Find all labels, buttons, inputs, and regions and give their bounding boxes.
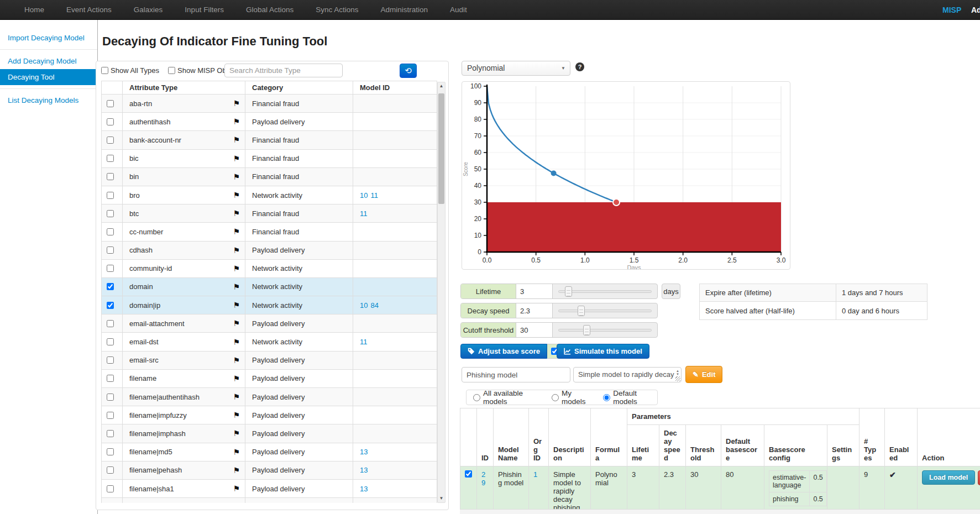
show-all-types-label: Show All Types bbox=[111, 66, 159, 75]
sidebar-item-decaying-tool[interactable]: Decaying Tool bbox=[0, 69, 97, 85]
textarea-resize-grip[interactable] bbox=[675, 376, 680, 381]
edit-model-button[interactable]: ✎ Edit bbox=[685, 366, 722, 383]
nav-item-global-actions[interactable]: Global Actions bbox=[235, 0, 305, 20]
radio-all-available-models-input[interactable] bbox=[473, 394, 480, 401]
attribute-row-checkbox[interactable] bbox=[107, 356, 114, 364]
model-description-textarea[interactable]: Simple model to rapidly decay ▲▼ bbox=[573, 367, 682, 382]
nav-item-galaxies[interactable]: Galaxies bbox=[123, 0, 174, 20]
model-name-input[interactable] bbox=[462, 367, 570, 382]
nav-item-home[interactable]: Home bbox=[13, 0, 55, 20]
show-misp-objects-checkbox[interactable] bbox=[168, 67, 175, 74]
attribute-row-cdhash: cdhash⚑Payload delivery bbox=[102, 242, 437, 260]
attribute-row-checkbox[interactable] bbox=[107, 228, 114, 235]
attribute-row-checkbox[interactable] bbox=[107, 137, 114, 144]
attribute-row-partial bbox=[102, 498, 437, 503]
attribute-row-checkbox[interactable] bbox=[107, 466, 114, 474]
cutoff-threshold-input[interactable] bbox=[516, 323, 553, 337]
attribute-row-checkbox[interactable] bbox=[107, 246, 114, 254]
model-id-link-84[interactable]: 84 bbox=[370, 301, 378, 310]
attribute-row-checkbox[interactable] bbox=[107, 430, 114, 437]
sidebar-item-import-decaying-model[interactable]: Import Decaying Model bbox=[0, 30, 97, 46]
flag-icon: ⚑ bbox=[233, 282, 240, 291]
model-row-phishing: 29 Phishing model 1 Simple model to rapi… bbox=[460, 466, 980, 514]
scrollbar-down-arrow[interactable]: ▼ bbox=[438, 495, 445, 502]
decay-speed-slider-track[interactable] bbox=[558, 310, 652, 312]
help-icon[interactable]: ? bbox=[575, 62, 584, 71]
decay-speed-slider[interactable] bbox=[553, 303, 657, 318]
attribute-row-checkbox[interactable] bbox=[107, 320, 114, 327]
navbar-admin-link[interactable]: Admin bbox=[971, 0, 980, 20]
attribute-row-checkbox[interactable] bbox=[107, 412, 114, 419]
model-id-link-11[interactable]: 11 bbox=[370, 191, 378, 200]
decay-speed-slider-handle[interactable] bbox=[578, 306, 585, 316]
model-id-link[interactable]: 29 bbox=[481, 470, 485, 487]
nav-item-sync-actions[interactable]: Sync Actions bbox=[305, 0, 369, 20]
load-model-button[interactable]: Load model bbox=[922, 470, 975, 485]
scrollbar-thumb[interactable] bbox=[438, 93, 444, 204]
model-id-link-13[interactable]: 13 bbox=[360, 448, 368, 456]
lifetime-slider[interactable] bbox=[553, 284, 657, 298]
attribute-category-cell: Network activity bbox=[245, 333, 353, 350]
attribute-row-checkbox[interactable] bbox=[107, 265, 114, 272]
decay-speed-input[interactable] bbox=[516, 303, 553, 318]
formula-select[interactable]: Polynomial ▼ bbox=[462, 61, 570, 76]
misp-brand-link[interactable]: MISP bbox=[942, 0, 961, 20]
nav-item-input-filters[interactable]: Input Filters bbox=[174, 0, 235, 20]
radio-all-available-models[interactable]: All available models bbox=[473, 389, 542, 406]
scrollbar-up-arrow[interactable]: ▲ bbox=[438, 82, 445, 90]
radio-my-models-input[interactable] bbox=[552, 394, 559, 401]
attribute-row-checkbox[interactable] bbox=[107, 283, 114, 290]
attribute-row-checkbox[interactable] bbox=[107, 118, 114, 125]
textarea-scroll-arrows[interactable]: ▲▼ bbox=[676, 369, 679, 376]
lifetime-input[interactable] bbox=[516, 284, 553, 298]
model-id-link-10[interactable]: 10 bbox=[360, 301, 368, 310]
refresh-button[interactable]: ⟲ bbox=[400, 64, 417, 78]
sidebar-item-list-decaying-models[interactable]: List Decaying Models bbox=[0, 92, 97, 108]
flag-icon: ⚑ bbox=[233, 191, 240, 200]
simulate-model-button[interactable]: Simulate this model bbox=[557, 344, 649, 359]
attribute-row-checkbox[interactable] bbox=[107, 375, 114, 382]
nav-item-administration[interactable]: Administration bbox=[370, 0, 439, 20]
misp-decaying-tool-page: HomeEvent ActionsGalaxiesInput FiltersGl… bbox=[0, 0, 980, 514]
pause-model-button[interactable] bbox=[978, 470, 980, 485]
radio-default-models-input[interactable] bbox=[603, 394, 610, 401]
show-all-types-checkbox-group[interactable]: Show All Types bbox=[101, 66, 159, 75]
attribute-row-checkbox[interactable] bbox=[107, 485, 114, 492]
models-header-decay-speed: Decay speed bbox=[659, 425, 686, 466]
attribute-row-checkbox[interactable] bbox=[107, 210, 114, 217]
model-id-link-10[interactable]: 10 bbox=[360, 191, 368, 200]
adjust-base-score-button[interactable]: Adjust base score bbox=[460, 344, 547, 359]
radio-default-models[interactable]: Default models bbox=[603, 389, 657, 406]
search-attribute-input[interactable] bbox=[224, 64, 343, 77]
attribute-category-cell: Financial fraud bbox=[245, 204, 353, 222]
model-id-link-13[interactable]: 13 bbox=[360, 466, 368, 474]
attribute-type-label: cdhash bbox=[129, 246, 153, 254]
lifetime-slider-handle[interactable] bbox=[565, 286, 572, 297]
sidebar-item-add-decaying-model[interactable]: Add Decaying Model bbox=[0, 53, 97, 69]
attribute-table-scrollbar[interactable]: ▲ ▼ bbox=[437, 82, 446, 503]
model-row-checkbox[interactable] bbox=[465, 470, 472, 478]
org-id-link[interactable]: 1 bbox=[533, 470, 537, 479]
attribute-row-checkbox[interactable] bbox=[107, 100, 114, 107]
nav-item-event-actions[interactable]: Event Actions bbox=[55, 0, 123, 20]
show-all-types-checkbox[interactable] bbox=[101, 67, 108, 74]
radio-my-models[interactable]: My models bbox=[552, 389, 593, 406]
cutoff-threshold-slider-track[interactable] bbox=[558, 329, 652, 332]
attribute-row-checkbox[interactable] bbox=[107, 302, 114, 309]
attribute-row-checkbox[interactable] bbox=[107, 155, 114, 162]
attribute-model-ids-cell bbox=[353, 424, 437, 442]
cutoff-threshold-slider[interactable] bbox=[553, 323, 657, 337]
sidebar-divider bbox=[0, 49, 97, 50]
model-id-link-13[interactable]: 13 bbox=[360, 485, 368, 493]
horizontal-scrollbar[interactable] bbox=[460, 509, 980, 514]
attribute-row-checkbox[interactable] bbox=[107, 192, 114, 199]
attribute-row-checkbox[interactable] bbox=[107, 394, 114, 401]
attribute-row-checkbox[interactable] bbox=[107, 448, 114, 455]
model-id-link-11[interactable]: 11 bbox=[360, 338, 368, 346]
lifetime-slider-track[interactable] bbox=[558, 290, 652, 293]
cutoff-threshold-slider-handle[interactable] bbox=[583, 325, 590, 335]
model-id-link-11[interactable]: 11 bbox=[360, 209, 368, 218]
attribute-row-checkbox[interactable] bbox=[107, 173, 114, 180]
attribute-row-checkbox[interactable] bbox=[107, 338, 114, 345]
nav-item-audit[interactable]: Audit bbox=[439, 0, 478, 20]
